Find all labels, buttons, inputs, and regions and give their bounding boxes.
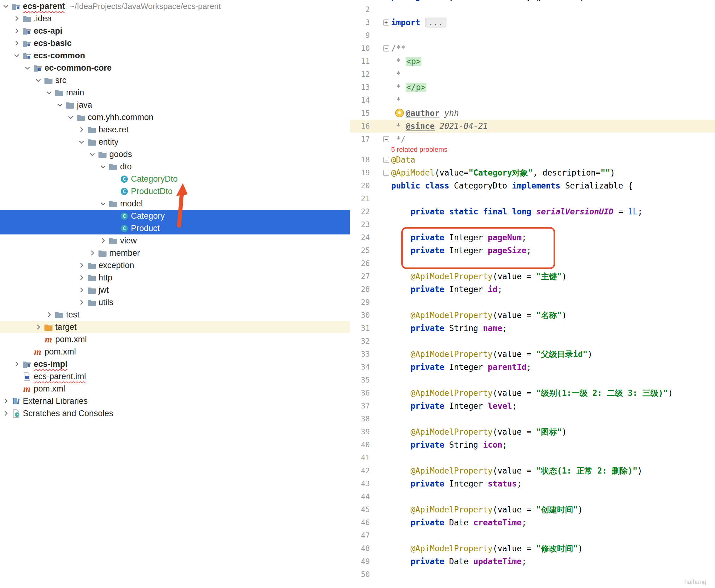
chevron-down-icon[interactable] (77, 139, 86, 145)
line-number[interactable]: 37 (350, 399, 381, 413)
expand-fold-icon[interactable]: + (383, 19, 389, 26)
line-number[interactable]: 33 (350, 348, 381, 361)
tree-row-http[interactable]: http (0, 272, 350, 284)
line-number[interactable]: 13 (350, 81, 381, 94)
line-number[interactable]: 23 (350, 218, 381, 231)
chevron-right-icon[interactable] (77, 274, 86, 281)
line-number[interactable]: 21 (350, 192, 381, 205)
line-number[interactable]: 41 (350, 451, 381, 464)
code-text[interactable]: * (391, 70, 401, 79)
code-text[interactable]: @ApiModelProperty(value = "状态(1: 正常 2: 删… (391, 465, 642, 476)
chevron-down-icon[interactable] (1, 3, 11, 9)
code-text[interactable]: private Date updateTime; (391, 557, 526, 566)
tree-row-model[interactable]: model (0, 197, 350, 210)
line-number[interactable]: 45 (350, 503, 381, 516)
code-text[interactable]: @ApiModelProperty(value = "修改时间") (391, 543, 583, 554)
chevron-right-icon[interactable] (12, 15, 21, 22)
line-number[interactable]: 17 (350, 133, 381, 146)
line-number[interactable]: 22 (350, 205, 381, 218)
line-number[interactable]: 16 (350, 120, 381, 133)
intention-bulb-icon[interactable] (395, 109, 404, 117)
code-text[interactable]: private Date createTime; (391, 518, 526, 527)
tree-row-src[interactable]: src (0, 74, 350, 86)
code-text[interactable]: private Integer pageNum; (391, 233, 526, 242)
code-text[interactable]: @ApiModelProperty(value = "名称") (391, 310, 567, 321)
tree-row-categorydto[interactable]: CCategoryDto (0, 173, 350, 185)
tree-row-ec-common-core[interactable]: ec-common-core (0, 62, 350, 74)
tree-row-product[interactable]: CProduct (0, 222, 350, 234)
code-text[interactable]: private String name; (391, 323, 507, 333)
line-number[interactable]: 30 (350, 309, 381, 322)
line-number[interactable]: 43 (350, 477, 381, 490)
code-text[interactable]: @ApiModelProperty(value = "创建时间") (391, 504, 583, 515)
code-text[interactable]: package com.yhh.common.entity.goods.dto; (391, 0, 585, 1)
line-number[interactable]: 18 (350, 153, 381, 166)
tree-row-productdto[interactable]: CProductDto (0, 185, 350, 197)
tree-row-goods[interactable]: goods (0, 148, 350, 161)
tree-row-view[interactable]: view (0, 234, 350, 247)
chevron-right-icon[interactable] (34, 323, 43, 330)
code-text[interactable]: private Integer id; (391, 285, 502, 294)
line-number[interactable]: 32 (350, 335, 381, 348)
line-number[interactable]: 11 (350, 55, 381, 68)
tree-row-ecs-parent[interactable]: ecs-parent~/IdeaProjects/JavaWorkspace/e… (0, 0, 350, 12)
code-editor[interactable]: 1package com.yhh.common.entity.goods.dto… (350, 0, 715, 588)
line-number[interactable]: 26 (350, 257, 381, 270)
line-number[interactable]: 2 (350, 3, 381, 16)
line-number[interactable]: 27 (350, 270, 381, 283)
chevron-down-icon[interactable] (55, 102, 64, 108)
line-number[interactable]: 20 (350, 179, 381, 192)
chevron-right-icon[interactable] (12, 361, 21, 368)
code-text[interactable]: * @since 2021-04-21 (391, 122, 488, 131)
line-number[interactable]: 39 (350, 425, 381, 438)
line-number[interactable]: 31 (350, 322, 381, 335)
tree-row-entity[interactable]: entity (0, 136, 350, 148)
line-number[interactable]: 14 (350, 94, 381, 107)
line-number[interactable]: 36 (350, 386, 381, 399)
chevron-down-icon[interactable] (99, 163, 108, 170)
tree-row-ecs-basic[interactable]: ecs-basic (0, 37, 350, 49)
related-problems-hint[interactable]: 5 related problems (391, 146, 447, 153)
line-number[interactable]: 46 (350, 516, 381, 529)
tree-row-ecs-parent-iml[interactable]: ecs-parent.iml (0, 370, 350, 382)
line-number[interactable]: 29 (350, 296, 381, 309)
chevron-right-icon[interactable] (88, 250, 97, 256)
chevron-down-icon[interactable] (88, 151, 97, 158)
collapse-fold-icon[interactable]: − (383, 136, 389, 142)
line-number[interactable]: 3 (350, 16, 381, 29)
tree-row-jwt[interactable]: jwt (0, 284, 350, 296)
line-number[interactable]: 34 (350, 361, 381, 374)
line-number[interactable]: 40 (350, 438, 381, 451)
code-text[interactable]: @ApiModelProperty(value = "主键") (391, 271, 567, 282)
code-text[interactable]: /** (391, 44, 406, 53)
chevron-right-icon[interactable] (1, 398, 11, 404)
collapse-fold-icon[interactable]: − (383, 170, 389, 176)
code-text[interactable]: private Integer parentId; (391, 362, 531, 372)
chevron-right-icon[interactable] (1, 410, 11, 417)
line-number[interactable]: 50 (350, 568, 381, 581)
tree-row-external-libraries[interactable]: External Libraries (0, 395, 350, 407)
tree-row-ecs-impl[interactable]: ecs-impl (0, 358, 350, 370)
chevron-right-icon[interactable] (99, 237, 108, 244)
code-text[interactable]: private Integer pageSize; (391, 246, 531, 255)
code-text[interactable]: */ (391, 134, 406, 144)
tree-row-base-ret[interactable]: base.ret (0, 123, 350, 136)
code-text[interactable]: * <p> (391, 57, 422, 66)
chevron-right-icon[interactable] (77, 299, 86, 306)
line-number[interactable]: 49 (350, 555, 381, 568)
line-number[interactable]: 9 (350, 29, 381, 42)
code-text[interactable]: * </p> (391, 83, 426, 92)
chevron-right-icon[interactable] (44, 311, 54, 318)
tree-row-ecs-common[interactable]: ecs-common (0, 49, 350, 62)
chevron-down-icon[interactable] (34, 77, 43, 84)
code-text[interactable]: @Data (391, 155, 415, 164)
chevron-down-icon[interactable] (44, 89, 54, 96)
chevron-down-icon[interactable] (23, 64, 32, 71)
chevron-right-icon[interactable] (77, 287, 86, 293)
line-number[interactable]: 10 (350, 42, 381, 55)
tree-row-main[interactable]: main (0, 86, 350, 99)
chevron-right-icon[interactable] (12, 40, 21, 47)
tree-row-exception[interactable]: exception (0, 259, 350, 272)
code-text[interactable]: @ApiModel(value="Category对象", descriptio… (391, 168, 615, 178)
tree-row-member[interactable]: member (0, 247, 350, 259)
